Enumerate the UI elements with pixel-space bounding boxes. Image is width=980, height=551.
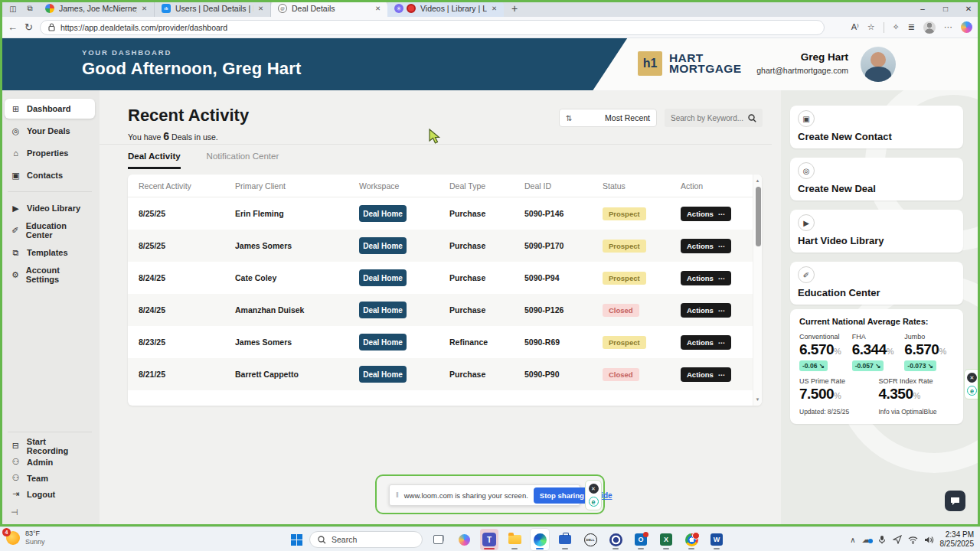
tab-close-icon[interactable]: ✕ <box>258 5 263 12</box>
sidebar-item-label: Admin <box>27 458 53 467</box>
close-button[interactable]: ✕ <box>957 0 980 17</box>
table-row: 8/25/25 Erin Fleming Deal Home Purchase … <box>128 197 753 230</box>
onedrive-icon[interactable]: ☁ <box>862 536 871 543</box>
wifi-icon[interactable] <box>908 536 918 544</box>
search-input[interactable] <box>671 114 743 122</box>
outlook-button[interactable]: O <box>632 529 650 550</box>
favorite-star-icon[interactable]: ☆ <box>867 22 875 32</box>
activity-tab[interactable]: Deal Activity <box>128 152 181 169</box>
sidebar-item[interactable]: ⇥ Logout <box>5 487 95 501</box>
new-tab-button[interactable]: + <box>511 2 518 15</box>
actions-button[interactable]: Actions⋯ <box>681 367 731 382</box>
read-aloud-icon[interactable]: A⁾ <box>851 22 859 32</box>
sidebar-item[interactable]: ⌂ Properties <box>5 143 95 163</box>
extension-e-icon[interactable]: e <box>589 497 599 507</box>
deal-home-button[interactable]: Deal Home <box>359 269 407 286</box>
sort-selected-value: Most Recent <box>605 113 650 122</box>
deal-home-button[interactable]: Deal Home <box>359 366 407 383</box>
excel-button[interactable]: X <box>657 529 675 550</box>
windows-taskbar: 4 83°F Sunny Search T DELL O X W <box>0 527 980 551</box>
back-icon[interactable]: ← <box>8 21 18 33</box>
scroll-up-icon[interactable]: ▲ <box>753 178 762 183</box>
microphone-icon[interactable] <box>877 535 887 544</box>
national-rates-card: Current National Average Rates: Conventi… <box>790 309 963 424</box>
file-explorer-button[interactable] <box>505 529 524 550</box>
actions-button[interactable]: Actions⋯ <box>681 303 731 318</box>
quick-action-card[interactable]: ◎ Create New Deal <box>790 158 963 201</box>
quick-action-card[interactable]: ✐ Education Center <box>790 262 963 305</box>
sidebar-item[interactable]: ⚇ Team <box>5 471 95 485</box>
scrollbar-thumb[interactable] <box>756 187 761 246</box>
browser-profile-icon[interactable] <box>923 21 936 34</box>
browser-tab-loom[interactable]: ✳ Videos | Library | Loom ✕ <box>387 0 504 17</box>
sidebar-item[interactable]: ⊞ Dashboard <box>5 99 95 119</box>
copilot-icon[interactable] <box>961 21 972 33</box>
sidebar-collapse-icon[interactable]: ⊣ <box>11 507 89 517</box>
location-icon[interactable] <box>893 535 902 544</box>
sidebar-item[interactable]: ◎ Your Deals <box>5 121 95 141</box>
browser-tab-deal-details[interactable]: @ Deal Details ✕ <box>271 0 387 17</box>
sidebar-item[interactable]: ⚇ Admin <box>5 455 95 469</box>
weather-widget[interactable]: 4 83°F Sunny <box>6 530 45 546</box>
browser-essentials-icon[interactable]: ✧ <box>893 22 900 32</box>
sidebar-item[interactable]: ▶ Video Library <box>5 198 95 218</box>
sidebar-item[interactable]: ⚙ Account Settings <box>5 265 95 285</box>
extension-e-icon[interactable]: e <box>967 386 977 396</box>
close-icon[interactable]: ✕ <box>967 373 977 383</box>
actions-button[interactable]: Actions⋯ <box>681 239 731 253</box>
sidebar-item[interactable]: ⊟ Start Recording <box>5 439 95 453</box>
vertical-tabs-icon[interactable]: ⧉ <box>23 2 37 15</box>
tray-chevron-icon[interactable]: ∧ <box>850 536 855 544</box>
workspaces-icon[interactable]: ◫ <box>6 2 20 15</box>
stop-sharing-button[interactable]: Stop sharing <box>534 487 590 504</box>
quick-action-card[interactable]: ▶ Hart Video Library <box>790 210 963 253</box>
chrome-button[interactable] <box>682 529 701 550</box>
deal-home-button[interactable]: Deal Home <box>359 334 407 350</box>
address-bar[interactable]: https://app.dealdetails.com/provider/das… <box>40 20 825 35</box>
deal-home-button[interactable]: Deal Home <box>359 237 407 254</box>
more-menu-icon[interactable]: ⋯ <box>944 22 952 32</box>
close-icon[interactable]: ✕ <box>589 484 599 494</box>
copilot-button[interactable] <box>455 529 473 550</box>
tab-close-icon[interactable]: ✕ <box>492 5 497 12</box>
tab-close-icon[interactable]: ✕ <box>375 5 381 12</box>
quick-action-cards: ▣ Create New Contact ◎ Create New Deal ▶… <box>790 106 963 305</box>
clock[interactable]: 2:34 PM 8/25/2025 <box>940 530 975 549</box>
sidebar-item[interactable]: ✐ Education Center <box>5 220 95 240</box>
actions-button[interactable]: Actions⋯ <box>681 271 731 285</box>
sidebar-item-label: Dashboard <box>27 104 70 113</box>
maximize-button[interactable]: □ <box>934 0 957 17</box>
start-button[interactable] <box>291 534 302 546</box>
notification-badge: 4 <box>2 528 11 536</box>
brand-line2: MORTGAGE <box>669 62 741 75</box>
word-button[interactable]: W <box>707 529 726 550</box>
refresh-icon[interactable]: ↻ <box>24 21 33 33</box>
deal-home-button[interactable]: Deal Home <box>359 302 407 318</box>
tab-close-icon[interactable]: ✕ <box>142 5 147 12</box>
volume-icon[interactable] <box>924 536 934 544</box>
scroll-down-icon[interactable]: ▼ <box>753 397 762 402</box>
sort-dropdown[interactable]: ⇅ Most Recent <box>559 109 657 127</box>
search-icon[interactable] <box>748 114 756 122</box>
user-avatar[interactable] <box>861 47 896 82</box>
favorites-bar-icon[interactable]: ≣ <box>908 22 915 32</box>
sidebar-item[interactable]: ⧉ Templates <box>5 243 95 262</box>
edge-button[interactable] <box>531 529 549 550</box>
table-scrollbar[interactable]: ▲ ▼ <box>753 174 762 406</box>
activity-tab[interactable]: Notification Center <box>207 152 279 169</box>
task-view-button[interactable] <box>430 529 448 550</box>
company-portal-button[interactable] <box>556 529 574 550</box>
browser-tab-chat[interactable]: James, Joe McNierney, Stuart Sau... ✕ <box>38 0 155 17</box>
sidebar-item[interactable]: ▣ Contacts <box>5 165 95 185</box>
taskbar-search[interactable]: Search <box>309 531 423 548</box>
teams-button[interactable]: T <box>480 529 498 550</box>
minimize-button[interactable]: – <box>911 0 934 17</box>
quick-action-card[interactable]: ▣ Create New Contact <box>790 106 963 148</box>
chat-launcher-button[interactable] <box>945 491 965 511</box>
actions-button[interactable]: Actions⋯ <box>681 207 731 221</box>
dell-button[interactable]: DELL <box>581 529 599 550</box>
browser-tab-intercom[interactable]: ılı Users | Deal Details | Intercom ✕ <box>155 0 271 17</box>
actions-button[interactable]: Actions⋯ <box>681 335 731 350</box>
deal-home-button[interactable]: Deal Home <box>359 205 407 222</box>
loom-button[interactable] <box>606 529 625 550</box>
